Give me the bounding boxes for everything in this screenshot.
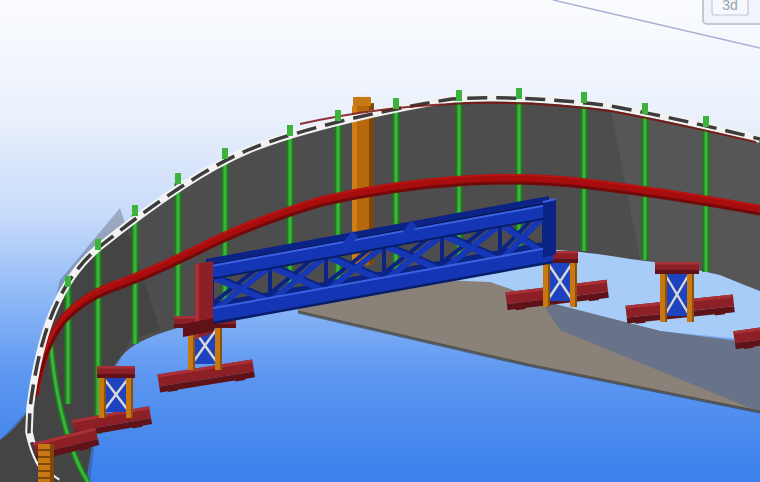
stiffener-rim-nub [222, 148, 228, 159]
stiffener-rim-nub [516, 88, 522, 99]
stiffener-rim-nub [456, 90, 462, 101]
stiffener-rim-nub [703, 116, 709, 127]
stiffener-rim-nub [335, 110, 341, 121]
stiffener-rim-nub [175, 173, 181, 184]
view-label-text: 3d [722, 0, 738, 13]
stiffener-rim-nub [95, 239, 101, 250]
ladder-column[interactable] [38, 444, 54, 482]
view-label: 3d [703, 0, 760, 24]
stiffener-rim-nub [65, 276, 71, 287]
stiffener-rim-nub [642, 103, 648, 114]
stiffener-rim-nub [132, 205, 138, 216]
stiffener-rim-nub [393, 98, 399, 109]
stiffener-rim-nub [581, 92, 587, 103]
cad-viewport[interactable]: 3d [0, 0, 760, 482]
truss-end-right [543, 199, 556, 258]
model-view-3d[interactable]: 3d [0, 0, 760, 482]
stiffener-rim-nub [287, 125, 293, 136]
